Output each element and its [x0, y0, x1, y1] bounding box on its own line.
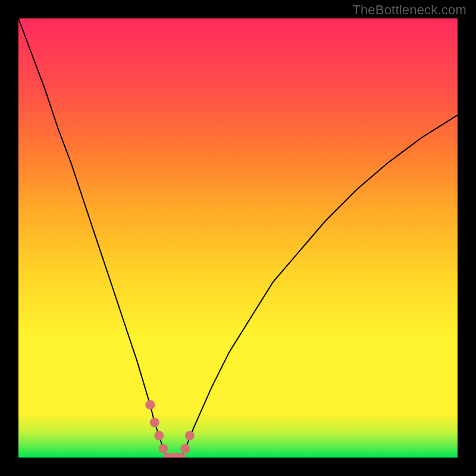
curve-left-branch [18, 18, 168, 458]
plot-area [18, 18, 458, 458]
highlight-dot [180, 444, 190, 453]
highlight-dot [145, 400, 155, 409]
highlight-dot [150, 418, 159, 427]
chart-frame: TheBottleneck.com [0, 0, 476, 476]
highlight-dot [159, 444, 168, 453]
highlight-dot [154, 431, 164, 440]
curve-right-branch [181, 115, 458, 458]
watermark-text: TheBottleneck.com [352, 2, 466, 18]
valley-highlight [145, 400, 194, 458]
bottleneck-curve [18, 18, 458, 458]
highlight-dot [185, 431, 195, 440]
